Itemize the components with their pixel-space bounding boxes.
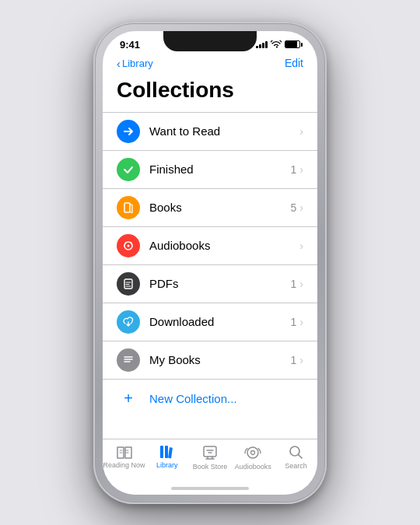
status-time: 9:41 [120, 39, 140, 51]
collection-item-audiobooks[interactable]: Audiobooks › [103, 227, 317, 265]
tab-label-search: Search [285, 462, 307, 470]
edit-button[interactable]: Edit [285, 57, 303, 69]
back-button[interactable]: ‹ Library [117, 57, 153, 70]
collection-item-want-to-read[interactable]: Want to Read › [103, 112, 317, 151]
svg-rect-6 [168, 447, 173, 458]
collection-count-finished: 1 [291, 163, 297, 176]
collection-name-downloaded: Downloaded [149, 315, 291, 328]
back-chevron-icon: ‹ [117, 57, 121, 70]
book-store-icon [201, 444, 219, 461]
collection-name-my-books: My Books [149, 353, 291, 366]
svg-rect-5 [165, 446, 168, 458]
svg-point-2 [128, 244, 130, 247]
finished-icon [117, 158, 140, 181]
svg-rect-0 [124, 203, 130, 212]
books-icon [117, 196, 140, 219]
library-icon [159, 444, 176, 460]
home-indicator [171, 487, 249, 490]
new-collection-button[interactable]: + New Collection... [103, 380, 317, 418]
my-books-icon [117, 348, 140, 372]
phone-screen: 9:41 [103, 31, 317, 495]
collection-count-pdfs: 1 [291, 278, 297, 290]
signal-bars-icon [256, 40, 268, 48]
signal-bar-1 [256, 46, 258, 48]
chevron-icon: › [299, 278, 303, 290]
collection-count-books: 5 [291, 201, 297, 214]
collection-item-books[interactable]: Books 5 › [103, 189, 317, 227]
nav-bar: ‹ Library Edit [103, 54, 317, 75]
collection-list: Want to Read › Finished 1 › [103, 112, 317, 380]
want-to-read-icon [117, 120, 140, 143]
notch [163, 31, 257, 51]
tab-reading-now[interactable]: Reading Now [103, 444, 145, 469]
tab-label-audiobooks: Audiobooks [235, 463, 271, 471]
tab-label-book-store: Book Store [193, 463, 228, 471]
screen-content: 9:41 [103, 31, 317, 495]
battery-fill [285, 41, 297, 47]
search-icon [288, 444, 303, 460]
page-title: Collections [103, 75, 317, 112]
svg-rect-7 [204, 446, 216, 457]
plus-icon: + [117, 387, 140, 411]
reading-now-icon [115, 444, 134, 460]
collection-item-my-books[interactable]: My Books 1 › [103, 341, 317, 380]
collection-item-pdfs[interactable]: PDFs 1 › [103, 265, 317, 303]
tab-search[interactable]: Search [275, 444, 317, 470]
signal-bar-2 [259, 44, 261, 48]
tab-label-reading-now: Reading Now [103, 461, 145, 469]
signal-bar-3 [262, 43, 264, 48]
chevron-icon: › [299, 201, 303, 214]
chevron-icon: › [299, 163, 303, 176]
phone-device: 9:41 [93, 22, 327, 504]
svg-rect-4 [160, 446, 163, 458]
battery-icon [285, 40, 300, 48]
tab-label-library: Library [156, 461, 178, 469]
wifi-icon [271, 40, 282, 48]
new-collection-label: New Collection... [149, 392, 237, 405]
collection-name-audiobooks: Audiobooks [149, 239, 299, 252]
chevron-icon: › [299, 316, 303, 328]
pdfs-icon [117, 272, 140, 296]
collection-item-downloaded[interactable]: Downloaded 1 › [103, 303, 317, 341]
collection-name-pdfs: PDFs [149, 277, 291, 290]
chevron-icon: › [299, 125, 303, 138]
collection-name-books: Books [149, 201, 291, 214]
collection-count-my-books: 1 [291, 354, 297, 366]
scrollable-content: Want to Read › Finished 1 › [103, 112, 317, 495]
tab-book-store[interactable]: Book Store [188, 444, 231, 471]
collection-name-want-to-read: Want to Read [149, 124, 299, 138]
chevron-icon: › [299, 240, 303, 252]
tab-library[interactable]: Library [145, 444, 188, 469]
audiobooks-tab-icon [243, 444, 262, 461]
status-icons [256, 40, 300, 48]
collection-name-finished: Finished [149, 163, 291, 176]
downloaded-icon [117, 310, 140, 334]
chevron-icon: › [299, 354, 303, 366]
audiobooks-icon [117, 234, 140, 257]
back-label: Library [122, 58, 153, 69]
collection-item-finished[interactable]: Finished 1 › [103, 151, 317, 189]
svg-point-8 [251, 450, 255, 454]
collection-count-downloaded: 1 [291, 316, 297, 328]
tab-audiobooks[interactable]: Audiobooks [232, 444, 275, 471]
signal-bar-4 [265, 41, 268, 48]
